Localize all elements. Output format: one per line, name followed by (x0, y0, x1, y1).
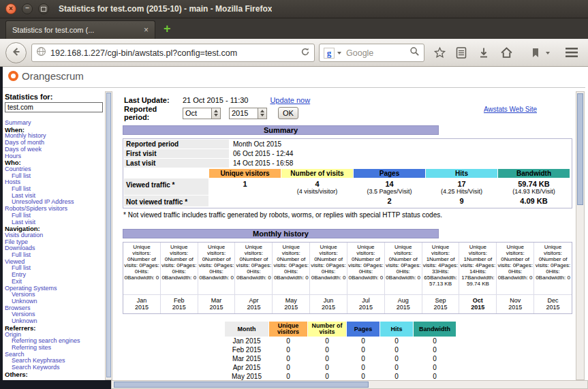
year-select[interactable]: 2015 (229, 108, 267, 119)
monthly-table-cell: 0 (380, 364, 413, 372)
monthly-table-header: Month (225, 322, 268, 337)
not-viewed-traffic-value: 9 (426, 197, 497, 205)
window-minimize-button[interactable] (22, 3, 33, 14)
monthly-table-cell: 0 (414, 346, 456, 354)
monthly-table-cell: 0 (269, 337, 307, 345)
monthly-table-row: May 201500000 (225, 373, 575, 380)
monthly-table-cell: 0 (269, 364, 307, 372)
vertical-scrollbar-thumb[interactable] (577, 93, 583, 205)
viewed-traffic-ratio: (4 visits/visitor) (281, 188, 353, 195)
ok-button[interactable]: OK (278, 107, 298, 119)
horizontal-scrollbar-thumb[interactable] (114, 382, 369, 388)
viewed-traffic-cell: 1 (209, 178, 281, 195)
sidebar-scrollbar[interactable] (105, 91, 112, 380)
monthly-table-cell: 0 (380, 337, 413, 345)
monthly-chart-values: Unique visitors: 0Number of visits: 0Pag… (497, 243, 533, 294)
monthly-chart-column: Unique visitors: 0Number of visits: 0Pag… (497, 243, 534, 313)
viewed-traffic-value: 59.74 KB (498, 180, 570, 188)
monthly-table-cell: Mar 2015 (225, 355, 268, 363)
viewed-traffic-cell: 4(4 visits/visitor) (281, 178, 353, 195)
viewed-traffic-label: Viewed traffic * (124, 178, 208, 195)
monthly-chart-values: Unique visitors: 0Number of visits: 0Pag… (310, 243, 347, 294)
not-viewed-traffic-cell: 9 (426, 196, 497, 206)
reported-period-label: Reported period: (124, 105, 183, 121)
bookmarks-menu-icon[interactable] (531, 48, 540, 58)
monthly-table-cell: 0 (269, 373, 307, 380)
viewed-traffic-cell: 14(3.5 Pages/Visit) (354, 178, 425, 195)
vertical-scrollbar[interactable] (576, 91, 585, 380)
viewed-traffic-ratio: (4.25 Hits/Visit) (426, 188, 497, 195)
monthly-table-cell: 0 (347, 373, 380, 380)
summary-info-rows: Reported periodMonth Oct 2015First visit… (124, 140, 571, 168)
summary-viewed-row: Viewed traffic *14(4 visits/visitor)14(3… (124, 178, 571, 195)
metric-header: Number of visits (281, 169, 353, 178)
monthly-table-cell: 0 (269, 346, 307, 354)
monthly-chart-column: Unique visitors: 1Number of visits: 4Pag… (459, 243, 497, 313)
monthly-chart-column: Unique visitors: 0Number of visits: 0Pag… (123, 243, 161, 313)
viewed-traffic-value: 1 (209, 180, 281, 188)
home-icon[interactable] (500, 46, 513, 59)
monthly-chart-values: Unique visitors: 0Number of visits: 0Pag… (385, 243, 422, 294)
window-maximize-button[interactable] (38, 3, 49, 14)
bookmarks-menu-caret-icon[interactable] (543, 52, 550, 55)
monthly-table-cell: 0 (414, 355, 456, 363)
url-text[interactable]: 192.168.1.227/cgi-bin/awstats.pl?config=… (50, 48, 300, 58)
bookmark-star-icon[interactable] (433, 46, 446, 59)
monthly-table-cell: 0 (347, 355, 380, 363)
monthly-chart-column: Unique visitors: 0Number of visits: 0Pag… (534, 243, 572, 313)
monthly-chart-month-label: Jul2015 (347, 294, 384, 313)
not-viewed-traffic-cell (281, 196, 353, 206)
summary-info-row: First visit06 Oct 2015 - 12:44 (124, 149, 571, 158)
search-engine-caret-icon[interactable] (337, 52, 341, 55)
tab-close-icon[interactable]: × (140, 25, 149, 35)
monthly-chart-values: Unique visitors: 0Number of visits: 0Pag… (273, 243, 309, 294)
new-tab-button[interactable]: + (164, 22, 171, 35)
viewed-traffic-ratio: (14.93 KB/Visit) (498, 188, 570, 195)
monthly-chart-month-label: Dec2015 (534, 294, 572, 313)
downloads-icon[interactable] (478, 46, 489, 59)
summary-footnote: * Not viewed traffic includes traffic ge… (123, 211, 575, 219)
monthly-table-cell: May 2015 (225, 373, 268, 380)
reading-list-icon[interactable] (456, 46, 467, 59)
window-title: Statistics for test.com (2015-10) - main… (59, 4, 272, 14)
monthly-table-cell: 0 (308, 337, 346, 345)
summary-table: Reported periodMonth Oct 2015First visit… (123, 138, 572, 208)
monthly-history-chart: Unique visitors: 0Number of visits: 0Pag… (123, 242, 572, 314)
awstats-website-link[interactable]: Awstats Web Site (484, 106, 537, 113)
monthly-chart-month-label: Jan2015 (123, 294, 160, 313)
monthly-history-table: MonthUnique visitorsNumber of visitsPage… (225, 322, 575, 380)
monthly-table-cell: 0 (414, 373, 456, 380)
monthly-table-row: Feb 201500000 (225, 346, 575, 354)
not-viewed-traffic-cell: 4.09 KB (498, 196, 570, 206)
horizontal-scrollbar[interactable] (111, 380, 588, 389)
metric-header: Bandwidth (498, 169, 570, 178)
window-close-button[interactable] (5, 3, 16, 14)
tab-statistics[interactable]: Statistics for test.com (... × (5, 20, 155, 39)
month-spinner-icon[interactable] (211, 108, 220, 119)
main-frame: Last Update: 21 Oct 2015 - 11:30 Update … (114, 91, 575, 380)
url-bar[interactable]: 192.168.1.227/cgi-bin/awstats.pl?config=… (31, 44, 315, 62)
sidebar-scrollbar-thumb[interactable] (106, 93, 111, 377)
reload-icon[interactable] (300, 47, 310, 59)
summary-info-row: Reported periodMonth Oct 2015 (124, 140, 571, 149)
monthly-chart-month-label: Feb2015 (161, 294, 198, 313)
month-select[interactable]: Oct (183, 108, 221, 119)
search-icon[interactable] (409, 46, 420, 59)
metric-header: Hits (426, 169, 497, 178)
search-input[interactable]: Google (346, 48, 409, 58)
monthly-table-cell: Apr 2015 (225, 364, 268, 372)
monthly-table-cell: 0 (414, 364, 456, 372)
monthly-table-header: Number of visits (308, 322, 346, 337)
update-now-link[interactable]: Update now (270, 96, 310, 104)
monthly-chart-column: Unique visitors: 0Number of visits: 0Pag… (347, 243, 385, 313)
monthly-table-cell: 0 (380, 373, 413, 380)
monthly-table-cell: 0 (308, 364, 346, 372)
monthly-table-header-row: MonthUnique visitorsNumber of visitsPage… (225, 322, 575, 337)
year-spinner-icon[interactable] (258, 108, 266, 119)
back-button[interactable] (5, 42, 27, 63)
monthly-table-cell: 0 (308, 373, 346, 380)
search-engine-icon[interactable]: g (324, 48, 335, 59)
menu-icon[interactable] (566, 48, 578, 57)
site-identity-icon[interactable] (36, 46, 46, 59)
search-bar[interactable]: g Google (319, 44, 424, 62)
